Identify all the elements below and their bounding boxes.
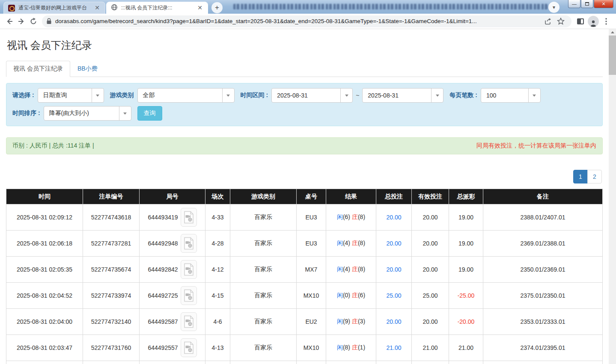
three-dots-icon [605, 18, 607, 25]
browser-tab-1[interactable]: 通宝-信誉最好的网上游戏平台 ✕ [3, 2, 105, 14]
video-icon [184, 263, 194, 276]
share-icon [545, 18, 552, 25]
back-button[interactable] [3, 15, 15, 27]
cell-note: 2374.01/2395.01 [483, 335, 603, 361]
cell-game-type: 百家乐 [230, 309, 297, 335]
video-replay-button[interactable] [181, 260, 197, 279]
date-start-select[interactable]: 2025-08-31 [271, 88, 353, 103]
cell-result: 闲(7) 庄(8) [326, 361, 376, 364]
cell-time: 2025-08-31 02:04:52 [6, 283, 83, 309]
round-no-text: 644493419 [148, 214, 178, 221]
tab-bb-tips[interactable]: BB小费 [70, 61, 105, 77]
caret-down-icon [431, 89, 443, 102]
cell-bet-no: 522774735674 [83, 257, 140, 283]
table-row: 2025-08-31 02:06:18 522774737281 6444929… [6, 231, 603, 257]
page-scrollbar[interactable] [609, 29, 616, 364]
query-type-select[interactable]: 日期查询 [38, 88, 104, 103]
pagination: 1 2 [6, 170, 603, 183]
date-range-label: 时间区间 : [241, 92, 268, 99]
date-end-select[interactable]: 2025-08-31 [362, 88, 443, 103]
total-bet-link[interactable]: 20.00 [386, 240, 401, 247]
game-category-select[interactable]: 全部 [137, 88, 235, 103]
browser-tab-2[interactable]: :::视讯 会员下注纪录::: ✕ [106, 2, 208, 14]
globe-favicon-icon [111, 4, 118, 12]
minimize-button[interactable]: — [568, 0, 580, 8]
video-replay-button[interactable] [181, 312, 197, 331]
total-bet-link[interactable]: 20.00 [386, 214, 401, 221]
page-title: 视讯 会员下注纪录 [7, 38, 603, 52]
side-panel-button[interactable] [574, 15, 587, 27]
result-player-score: (6) [343, 213, 350, 220]
cell-note: 2375.01/2350.01 [483, 283, 603, 309]
cell-game-type: 百家乐 [230, 204, 297, 231]
forward-button[interactable] [15, 15, 27, 27]
round-no-text: 644492587 [148, 318, 178, 325]
cell-valid-bet: 20.00 [412, 204, 449, 231]
video-icon [184, 289, 194, 302]
close-window-button[interactable]: ✕ [594, 0, 613, 8]
scroll-up-icon[interactable] [609, 29, 616, 36]
cell-session: 4-12 [205, 361, 230, 364]
profile-button[interactable] [587, 15, 600, 27]
restore-button[interactable] [581, 0, 593, 8]
page-size-select[interactable]: 100 [481, 88, 541, 103]
cell-table-no: EU3 [297, 204, 326, 231]
address-bar[interactable]: dorasabs.com/game/betrecord_search/kind3… [42, 15, 571, 27]
game-category-label: 游戏类别 [110, 92, 134, 99]
page-button-2[interactable]: 2 [587, 170, 602, 183]
cell-round-no: 644492587 [140, 309, 205, 335]
caret-down-icon [92, 89, 104, 102]
cell-table-no: MX7 [297, 257, 326, 283]
cell-valid-bet: 21.00 [412, 335, 449, 361]
tab-search-chevron-button[interactable]: ▾ [548, 2, 559, 13]
cell-bet-no: 522774730188 [83, 361, 140, 364]
total-bet-link[interactable]: 20.00 [386, 318, 401, 325]
bookmark-button[interactable] [554, 15, 567, 27]
new-tab-button[interactable]: + [211, 2, 223, 13]
result-player-score: (9) [343, 318, 350, 325]
cell-valid-bet: 20.00 [412, 231, 449, 257]
table-row: 2025-08-31 02:09:12 522774743618 6444934… [6, 204, 603, 231]
page-button-1[interactable]: 1 [573, 170, 588, 183]
video-replay-button[interactable] [181, 338, 197, 357]
share-button[interactable] [542, 15, 554, 27]
result-player-label: 闲 [337, 292, 343, 299]
tab-bet-records[interactable]: 视讯 会员下注纪录 [6, 61, 70, 77]
tab-close-icon[interactable]: ✕ [196, 5, 203, 12]
cell-result: 闲(9) 庄(3) [326, 309, 376, 335]
total-bet-link[interactable]: 20.00 [386, 266, 401, 273]
result-player-score: (8) [343, 344, 350, 351]
tongbao-favicon-icon [8, 5, 15, 12]
sort-select[interactable]: 降幂(由大到小) [44, 106, 131, 121]
search-button[interactable]: 查询 [137, 106, 162, 121]
result-player-score: (4) [343, 240, 350, 246]
cell-table-no: EU3 [297, 231, 326, 257]
cell-game-type: 百家乐 [230, 257, 297, 283]
result-player-label: 闲 [337, 344, 343, 351]
cell-time: 2025-08-31 02:03:04 [6, 361, 83, 364]
browser-tab-title: 通宝-信誉最好的网上游戏平台 [18, 4, 90, 12]
total-bet-link[interactable]: 21.00 [386, 344, 401, 351]
cell-payout: 19.00 [449, 231, 483, 257]
url-text[interactable]: dorasabs.com/game/betrecord_search/kind3… [55, 18, 542, 24]
tab-close-icon[interactable]: ✕ [94, 5, 101, 12]
scrollbar-thumb[interactable] [609, 36, 616, 75]
cell-result: 闲(8) 庄(1) [326, 335, 376, 361]
cell-total-bet: 20.00 [376, 231, 412, 257]
table-header-row: 时间 注单编号 局号 场次 游戏类别 桌号 结果 总投注 有效投注 总派彩 备注 [6, 189, 603, 204]
col-round-no: 局号 [140, 189, 205, 204]
cell-total-bet: 190.00 [376, 361, 412, 364]
cell-result: 闲(4) 庄(8) [326, 231, 376, 257]
cell-time: 2025-08-31 02:04:00 [6, 309, 83, 335]
cell-total-bet: 21.00 [376, 335, 412, 361]
cell-bet-no: 522774731760 [83, 335, 140, 361]
browser-menu-button[interactable] [600, 15, 613, 27]
total-bet-link[interactable]: 25.00 [386, 292, 401, 299]
caret-down-icon [528, 89, 540, 102]
video-replay-button[interactable] [181, 286, 197, 305]
video-replay-button[interactable] [181, 234, 197, 253]
cell-session: 4-33 [205, 204, 230, 231]
video-replay-button[interactable] [181, 208, 197, 227]
forward-icon [18, 18, 25, 25]
reload-button[interactable] [27, 15, 39, 27]
